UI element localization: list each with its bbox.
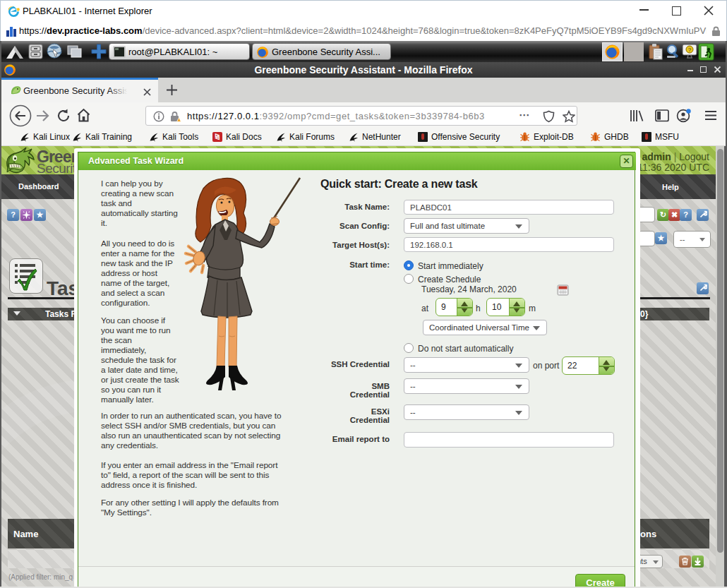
svg-text:?: ? (688, 47, 692, 53)
